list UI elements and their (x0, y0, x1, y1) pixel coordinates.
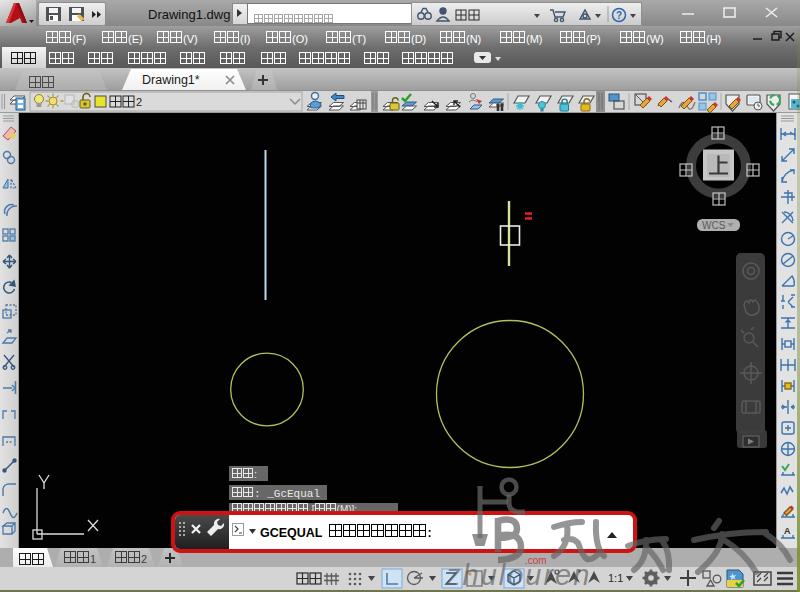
svg-text:.com: .com (525, 555, 547, 566)
svg-text:zhulouren: zhulouren (445, 559, 591, 591)
svg-text:WCS: WCS (702, 220, 726, 231)
svg-text:2: 2 (136, 96, 142, 108)
svg-text:?: ? (616, 10, 622, 21)
